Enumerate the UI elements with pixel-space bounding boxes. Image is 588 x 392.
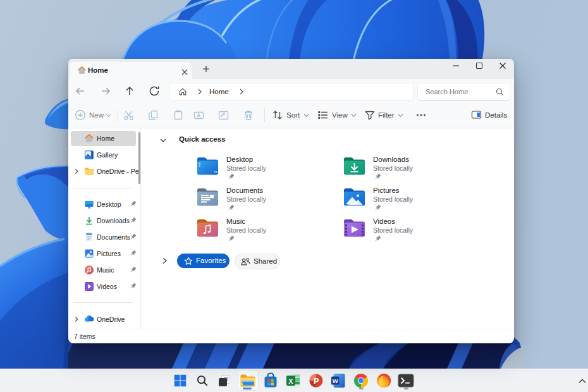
svg-text:P: P xyxy=(314,376,319,385)
svg-text:X: X xyxy=(288,377,293,384)
svg-text:W: W xyxy=(333,377,338,384)
